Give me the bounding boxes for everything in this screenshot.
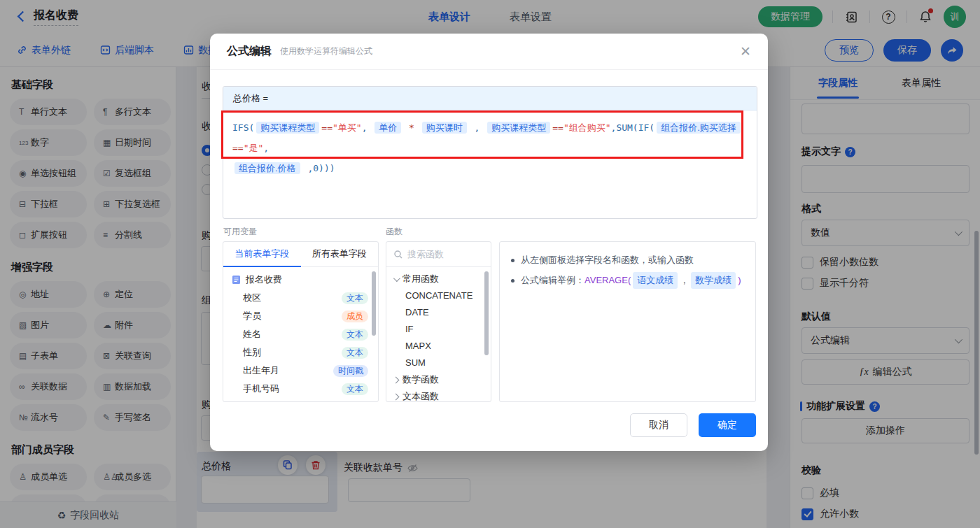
cancel-button[interactable]: 取消 xyxy=(630,413,687,437)
close-icon[interactable]: ✕ xyxy=(740,45,751,58)
function-group-name: 文本函数 xyxy=(402,390,439,402)
formula-field-token[interactable]: 购买课程类型 xyxy=(256,122,319,134)
formula-box: 总价格 = IFS(购买课程类型=="单买", 单价 * 购买课时 , 购买课程… xyxy=(223,86,757,219)
variable-row[interactable]: 校区文本 xyxy=(223,289,378,307)
modal-subtitle: 使用数学运算符编辑公式 xyxy=(280,45,372,57)
function-group[interactable]: 文本函数 xyxy=(386,388,491,402)
functions-label: 函数 xyxy=(386,226,402,238)
formula-token: "是" xyxy=(244,143,264,153)
variable-type-badge: 文本 xyxy=(342,347,368,359)
functions-scrollbar[interactable] xyxy=(484,271,489,355)
variable-row[interactable]: 性别文本 xyxy=(223,343,378,362)
formula-token: == xyxy=(552,122,564,133)
variable-name: 手机号码 xyxy=(243,383,279,395)
variables-scrollbar[interactable] xyxy=(372,271,376,336)
variables-tabs: 当前表单字段 所有表单字段 xyxy=(223,242,378,267)
function-item[interactable]: DATE xyxy=(386,304,491,321)
chevron-right-icon xyxy=(393,376,400,383)
formula-token: , xyxy=(469,122,485,133)
function-search-input[interactable] xyxy=(407,249,477,259)
formula-field-token[interactable]: 购买课程类型 xyxy=(487,122,550,134)
hint-line-2: 公式编辑举例： AVERAGE( 语文成绩 ， 数学成绩 ) xyxy=(510,272,746,289)
variable-row[interactable]: 姓名文本 xyxy=(223,325,378,343)
function-item[interactable]: MAPX xyxy=(386,338,491,355)
formula-token: * xyxy=(403,122,419,133)
modal-title: 公式编辑 xyxy=(227,44,272,59)
formula-line: 组合报价.价格 ,0))) xyxy=(232,158,748,178)
formula-token: "单买" xyxy=(332,122,362,133)
variable-row[interactable]: 学员成员 xyxy=(223,307,378,325)
variable-name: 姓名 xyxy=(243,328,261,341)
modal-header: 公式编辑 使用数学运算符编辑公式 ✕ xyxy=(210,34,768,70)
variable-row[interactable]: 出生年月时间戳 xyxy=(223,362,378,380)
example-field: 语文成绩 xyxy=(633,272,678,289)
variable-name: 校区 xyxy=(243,292,261,304)
hints-panel: 从左侧面板选择字段名和函数，或输入函数 公式编辑举例： AVERAGE( 语文成… xyxy=(499,241,756,402)
tab-current-form-fields[interactable]: 当前表单字段 xyxy=(223,242,301,267)
variables-panel: 当前表单字段 所有表单字段 报名收费校区文本学员成员姓名文本性别文本出生年月时间… xyxy=(223,241,379,402)
chevron-right-icon xyxy=(393,393,400,400)
formula-token: , xyxy=(362,122,373,133)
formula-field-token[interactable]: 组合报价.购买选择 xyxy=(657,122,741,134)
formula-field-token[interactable]: 组合报价.价格 xyxy=(234,162,300,174)
variable-type-badge: 成员 xyxy=(342,311,368,322)
formula-token: == xyxy=(321,122,332,133)
formula-token: SUM(IF( xyxy=(616,122,654,133)
function-item[interactable]: CONCATENATE xyxy=(386,287,491,304)
formula-token: IFS( xyxy=(232,122,254,133)
example-function: AVERAGE( xyxy=(584,273,631,288)
function-item[interactable]: IF xyxy=(386,321,491,338)
function-item[interactable]: SUM xyxy=(386,355,491,371)
variable-type-badge: 文本 xyxy=(342,383,368,395)
example-field: 数学成绩 xyxy=(691,272,736,289)
variable-row[interactable]: 手机号码文本 xyxy=(223,380,378,398)
function-group-name: 常用函数 xyxy=(402,273,439,285)
formula-field-token[interactable]: 单价 xyxy=(374,122,401,134)
formula-editor[interactable]: IFS(购买课程类型=="单买", 单价 * 购买课时 , 购买课程类型=="组… xyxy=(223,110,757,185)
variable-name: 性别 xyxy=(243,346,261,359)
variable-type-badge: 文本 xyxy=(342,292,368,304)
variable-type-badge: 文本 xyxy=(342,329,368,341)
chevron-down-icon xyxy=(393,275,400,282)
variables-label: 可用变量 xyxy=(223,226,257,238)
function-group[interactable]: 常用函数 xyxy=(386,271,491,287)
example-close: ) xyxy=(738,273,741,288)
variable-name: 学员 xyxy=(243,310,261,322)
formula-editor-modal: 公式编辑 使用数学运算符编辑公式 ✕ 总价格 = IFS(购买课程类型=="单买… xyxy=(210,34,768,451)
formula-line: IFS(购买课程类型=="单买", 单价 * 购买课时 , 购买课程类型=="组… xyxy=(232,117,748,158)
document-icon xyxy=(232,275,246,285)
function-group-name: 数学函数 xyxy=(402,373,439,386)
tab-all-form-fields[interactable]: 所有表单字段 xyxy=(301,242,379,267)
function-group[interactable]: 数学函数 xyxy=(386,371,491,388)
formula-token: "组合购买" xyxy=(564,122,611,133)
formula-target: 总价格 = xyxy=(223,87,757,110)
function-search xyxy=(386,242,491,267)
confirm-button[interactable]: 确定 xyxy=(699,413,756,437)
formula-token: == xyxy=(232,143,244,153)
variable-form-name: 报名收费 xyxy=(246,273,282,286)
variable-form-row[interactable]: 报名收费 xyxy=(223,271,378,289)
formula-field-token[interactable]: 购买课时 xyxy=(422,122,467,134)
hint-line-1: 从左侧面板选择字段名和函数，或输入函数 xyxy=(510,252,746,268)
formula-token: ,0))) xyxy=(302,163,335,173)
search-icon xyxy=(393,250,403,259)
formula-token: , xyxy=(263,143,269,153)
functions-panel: 常用函数CONCATENATEDATEIFMAPXSUM数学函数文本函数 xyxy=(386,241,491,402)
variable-name: 出生年月 xyxy=(243,364,279,377)
variable-type-badge: 时间戳 xyxy=(333,365,368,377)
